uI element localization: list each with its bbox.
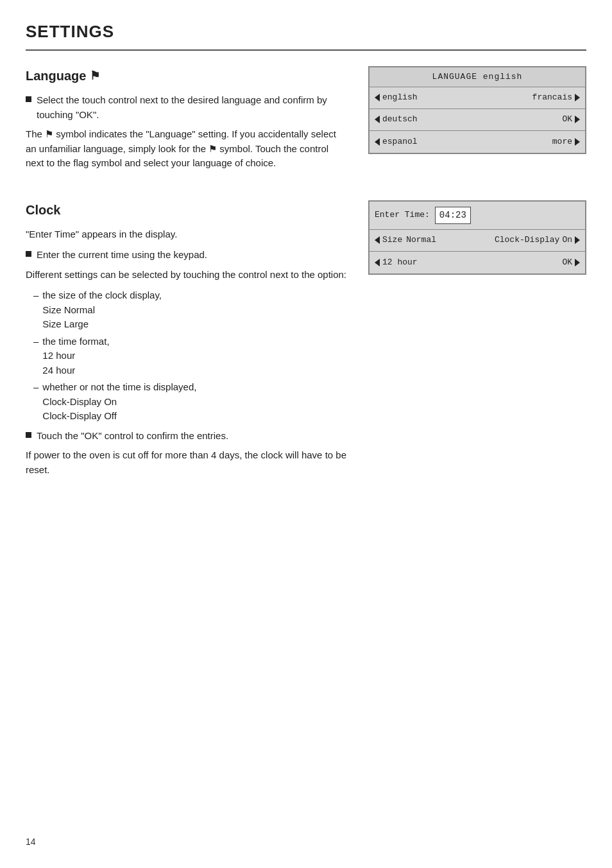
page-number: 14 bbox=[26, 835, 36, 849]
language-section: Language ⚑ Select the touch control next… bbox=[26, 66, 586, 177]
enter-time-row: Enter Time: 04:23 bbox=[370, 202, 585, 230]
dash-item-size: – the size of the clock display, Size No… bbox=[33, 288, 349, 332]
clock-heading-text: Clock bbox=[26, 200, 60, 220]
clock-on-label: On bbox=[562, 234, 572, 247]
language-row3-left[interactable]: espanol bbox=[375, 135, 477, 148]
language-row3-left-label: espanol bbox=[382, 135, 418, 148]
language-display-panel: LANGUAGE english english francais deutsc… bbox=[368, 66, 586, 154]
clock-row1-size-label: Size bbox=[382, 234, 402, 247]
language-row1-right-label: francais bbox=[532, 91, 572, 104]
clock-panel: Enter Time: 04:23 Size Normal Clock-Disp… bbox=[368, 200, 586, 484]
language-row2-left-label: deutsch bbox=[382, 113, 418, 126]
clock-panel-row-1: Size Normal Clock-Display On bbox=[370, 230, 585, 252]
clock-intro-text: "Enter Time" appears in the display. bbox=[26, 227, 349, 242]
language-panel-row-1: english francais bbox=[370, 87, 585, 109]
clock-bullet2-text: Touch the "OK" control to confirm the en… bbox=[37, 429, 228, 444]
language-row1-right[interactable]: francais bbox=[477, 91, 580, 104]
left-arrow-icon bbox=[375, 116, 380, 123]
dash-size-normal: Size Normal bbox=[42, 303, 162, 318]
language-panel-row-3: espanol more bbox=[370, 131, 585, 153]
clock-bullet-1: Enter the current time using the keypad. bbox=[26, 248, 349, 263]
language-section-left: Language ⚑ Select the touch control next… bbox=[26, 66, 349, 177]
language-row1-left-label: english bbox=[382, 91, 418, 104]
dash-12hour: 12 hour bbox=[42, 349, 109, 363]
flag-icon: ⚑ bbox=[90, 67, 100, 85]
right-arrow-icon bbox=[575, 94, 580, 101]
left-arrow-icon bbox=[375, 94, 380, 101]
language-row3-right-label: more bbox=[552, 135, 572, 148]
right-arrow-icon bbox=[575, 116, 580, 123]
bullet-square-icon bbox=[26, 96, 31, 102]
dash-display-label: whether or not the time is displayed, bbox=[42, 380, 196, 395]
dash-format-content: the time format, 12 hour 24 hour bbox=[42, 334, 109, 378]
right-arrow-icon bbox=[575, 259, 580, 266]
clock-12hour-label: 12 hour bbox=[382, 256, 418, 269]
clock-bullet-2: Touch the "OK" control to confirm the en… bbox=[26, 429, 349, 444]
enter-time-label: Enter Time: bbox=[375, 209, 430, 221]
flag-inline-icon: ⚑ bbox=[45, 128, 53, 139]
language-bullet: Select the touch control next to the des… bbox=[26, 93, 349, 122]
language-heading: Language ⚑ bbox=[26, 66, 349, 85]
language-heading-text: Language bbox=[26, 66, 86, 85]
clock-row1-clock-display: Clock-Display bbox=[495, 234, 559, 247]
language-bullet-text: Select the touch control next to the des… bbox=[37, 93, 349, 122]
clock-dash-list: – the size of the clock display, Size No… bbox=[33, 288, 349, 424]
left-arrow-icon bbox=[375, 259, 380, 266]
language-row2-left[interactable]: deutsch bbox=[375, 113, 477, 126]
clock-bullet-text: Enter the current time using the keypad. bbox=[37, 248, 207, 263]
language-row2-right-label: OK bbox=[562, 113, 572, 126]
language-panel-title: LANGUAGE english bbox=[370, 67, 585, 87]
dash-icon: – bbox=[33, 288, 38, 303]
language-panel-row-2: deutsch OK bbox=[370, 109, 585, 131]
clock-row1-on[interactable]: On bbox=[562, 234, 580, 247]
language-panel: LANGUAGE english english francais deutsc… bbox=[368, 66, 586, 177]
dash-size-label: the size of the clock display, bbox=[42, 288, 162, 303]
clock-footer-text: If power to the oven is cut off for more… bbox=[26, 448, 349, 477]
clock-ok-label: OK bbox=[562, 256, 572, 269]
language-row2-right[interactable]: OK bbox=[477, 113, 580, 126]
clock-display-panel: Enter Time: 04:23 Size Normal Clock-Disp… bbox=[368, 200, 586, 275]
language-row3-right[interactable]: more bbox=[477, 135, 580, 148]
dash-format-label: the time format, bbox=[42, 334, 109, 349]
clock-display-label: Clock-Display bbox=[495, 234, 559, 247]
dash-item-display: – whether or not the time is displayed, … bbox=[33, 380, 349, 424]
language-row1-left[interactable]: english bbox=[375, 91, 477, 104]
clock-row1-normal-label: Normal bbox=[406, 234, 436, 247]
page-title: SETTINGS bbox=[26, 19, 586, 51]
dash-item-format: – the time format, 12 hour 24 hour bbox=[33, 334, 349, 378]
clock-row1-normal: Normal bbox=[406, 234, 495, 247]
bullet-square-icon bbox=[26, 432, 31, 438]
dash-icon: – bbox=[33, 380, 38, 395]
dash-size-large: Size Large bbox=[42, 317, 162, 332]
right-arrow-icon bbox=[575, 236, 580, 244]
clock-section-left: Clock "Enter Time" appears in the displa… bbox=[26, 200, 349, 484]
clock-body-text: Different settings can be selected by to… bbox=[26, 268, 349, 282]
language-body-text: The ⚑ symbol indicates the "Language" se… bbox=[26, 127, 349, 171]
flag-inline-icon2: ⚑ bbox=[208, 143, 217, 154]
right-arrow-icon bbox=[575, 138, 580, 146]
clock-row2-left[interactable]: 12 hour bbox=[375, 256, 477, 269]
clock-heading: Clock bbox=[26, 200, 349, 220]
clock-row2-right[interactable]: OK bbox=[477, 256, 580, 269]
clock-panel-row-2: 12 hour OK bbox=[370, 252, 585, 273]
dash-size-content: the size of the clock display, Size Norm… bbox=[42, 288, 162, 332]
left-arrow-icon bbox=[375, 236, 380, 244]
dash-display-content: whether or not the time is displayed, Cl… bbox=[42, 380, 196, 424]
clock-section: Clock "Enter Time" appears in the displa… bbox=[26, 200, 586, 484]
bullet-square-icon bbox=[26, 251, 31, 257]
dash-icon: – bbox=[33, 334, 38, 349]
dash-display-off: Clock-Display Off bbox=[42, 409, 196, 424]
dash-display-on: Clock-Display On bbox=[42, 395, 196, 410]
clock-row1-size[interactable]: Size bbox=[375, 234, 402, 247]
enter-time-input[interactable]: 04:23 bbox=[435, 207, 471, 224]
left-arrow-icon bbox=[375, 138, 380, 146]
dash-24hour: 24 hour bbox=[42, 363, 109, 378]
